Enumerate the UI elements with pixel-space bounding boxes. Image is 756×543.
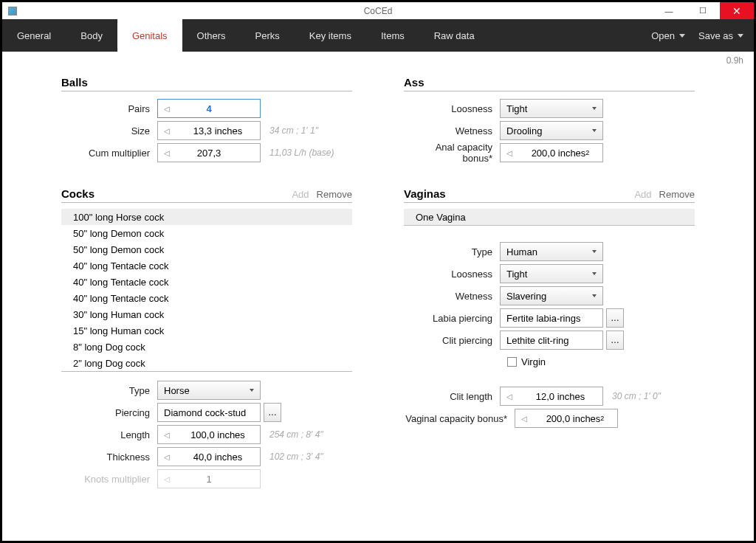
list-item[interactable]: 40" long Tentacle cock — [61, 274, 352, 290]
list-item[interactable]: 50" long Demon cock — [61, 241, 352, 257]
clit-picker-button[interactable]: … — [606, 331, 624, 350]
list-item[interactable]: 40" long Tentacle cock — [61, 290, 352, 306]
clit-length-input[interactable]: ◁12,0 inches — [500, 387, 603, 406]
list-item[interactable]: 40" long Tentacle cock — [61, 257, 352, 274]
chevron-down-icon — [250, 389, 254, 392]
length-input[interactable]: ◁100,0 inches — [157, 425, 261, 444]
chevron-down-icon — [738, 34, 743, 38]
knots-input: ◁1 — [157, 469, 261, 488]
thickness-input[interactable]: ◁40,0 inches — [157, 447, 261, 466]
labia-picker-button[interactable]: … — [606, 308, 624, 328]
section-title: Cocks — [61, 187, 94, 200]
list-item[interactable]: One Vagina — [404, 209, 695, 225]
add-button[interactable]: Add — [292, 189, 309, 200]
section-ass: Ass Loosness Tight Wetness Drooling Anal… — [404, 76, 695, 164]
minimize-button[interactable]: — — [652, 2, 686, 19]
open-menu[interactable]: Open — [651, 30, 685, 41]
section-title: Balls — [61, 76, 88, 89]
section-title: Vaginas — [404, 187, 446, 200]
list-item[interactable]: 50" long Demon cock — [61, 225, 352, 241]
virgin-checkbox[interactable]: Virgin — [507, 351, 695, 372]
vaginal-capacity-input[interactable]: ◁200,0 inches2 — [515, 409, 618, 428]
cocks-list: 100" long Horse cock50" long Demon cock5… — [61, 209, 352, 372]
tab-key-items[interactable]: Key items — [295, 19, 366, 52]
version-label: 0.9h — [726, 55, 743, 66]
window-title: CoCEd — [364, 6, 393, 16]
checkbox-icon — [507, 357, 517, 367]
list-item[interactable]: 15" long Human cock — [61, 322, 352, 339]
loosness-select[interactable]: Tight — [500, 99, 603, 118]
chevron-down-icon — [592, 129, 597, 132]
tab-general[interactable]: General — [2, 19, 66, 52]
clit-piercing-value[interactable]: Lethite clit-ring — [500, 331, 603, 350]
chevron-down-icon — [592, 272, 597, 275]
piercing-value[interactable]: Diamond cock-stud — [157, 403, 261, 422]
tab-others[interactable]: Others — [182, 19, 241, 52]
saveas-menu[interactable]: Save as — [698, 30, 743, 41]
list-item[interactable]: 100" long Horse cock — [61, 209, 352, 225]
tab-body[interactable]: Body — [66, 19, 117, 52]
tab-genitals[interactable]: Genitals — [117, 19, 182, 52]
pairs-input[interactable]: ◁4 — [157, 99, 261, 118]
labia-piercing-value[interactable]: Fertite labia-rings — [500, 308, 603, 328]
maximize-button[interactable]: ☐ — [686, 2, 720, 19]
loosness-select[interactable]: Tight — [500, 264, 603, 283]
tab-raw-data[interactable]: Raw data — [419, 19, 489, 52]
section-title: Ass — [404, 76, 425, 89]
chevron-down-icon — [592, 250, 597, 253]
section-cocks: Cocks AddRemove 100" long Horse cock50" … — [61, 187, 352, 490]
vaginas-list: One Vagina — [404, 209, 695, 226]
chevron-down-icon — [592, 107, 597, 110]
tab-items[interactable]: Items — [366, 19, 419, 52]
remove-button[interactable]: Remove — [659, 189, 695, 200]
list-item[interactable]: 30" long Human cock — [61, 306, 352, 322]
list-item[interactable]: 8" long Dog cock — [61, 339, 352, 355]
menubar: GeneralBodyGenitalsOthersPerksKey itemsI… — [2, 19, 754, 52]
list-item[interactable]: 2" long Dog cock — [61, 355, 352, 371]
section-vaginas: Vaginas AddRemove One Vagina Type Human … — [404, 187, 695, 429]
add-button[interactable]: Add — [634, 189, 651, 200]
wetness-select[interactable]: Slavering — [500, 286, 603, 305]
cum-multiplier-input[interactable]: ◁207,3 — [157, 143, 261, 162]
remove-button[interactable]: Remove — [317, 189, 352, 200]
type-select[interactable]: Human — [500, 242, 603, 261]
type-select[interactable]: Horse — [157, 381, 261, 400]
chevron-down-icon — [679, 34, 685, 38]
close-button[interactable]: ✕ — [720, 2, 754, 19]
chevron-down-icon — [592, 294, 597, 297]
section-balls: Balls Pairs ◁4 Size ◁13,3 inches 34 cm ;… — [61, 76, 352, 164]
tab-perks[interactable]: Perks — [241, 19, 295, 52]
size-input[interactable]: ◁13,3 inches — [157, 121, 261, 140]
titlebar: CoCEd — ☐ ✕ — [2, 2, 754, 19]
anal-capacity-input[interactable]: ◁200,0 inches2 — [500, 143, 603, 162]
piercing-picker-button[interactable]: … — [264, 403, 281, 422]
app-icon — [8, 7, 17, 15]
wetness-select[interactable]: Drooling — [500, 121, 603, 140]
